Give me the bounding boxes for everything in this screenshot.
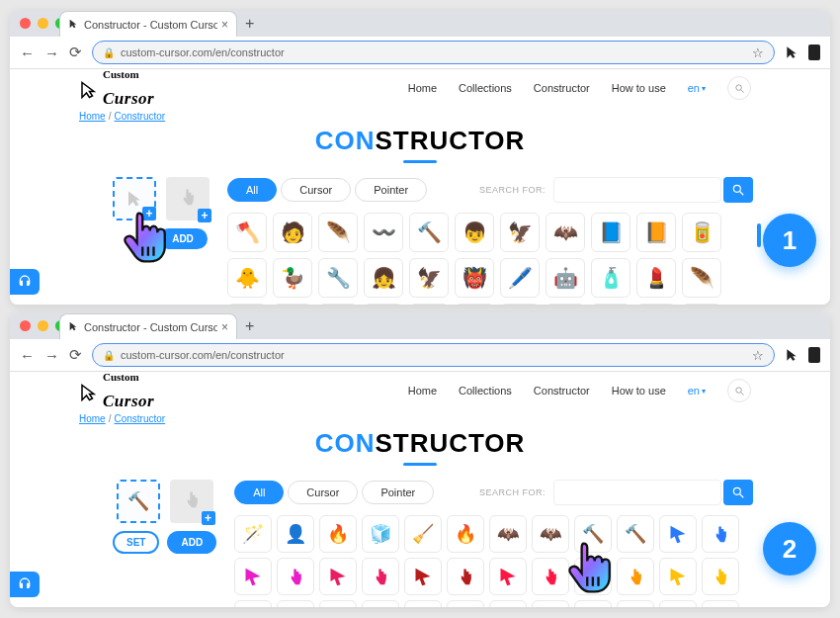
extension-custom-cursor-icon[interactable] bbox=[785, 45, 798, 59]
cursor-tile[interactable]: 👤 bbox=[227, 304, 267, 305]
cursor-tile[interactable]: 🎭 bbox=[546, 304, 585, 305]
nav-collections[interactable]: Collections bbox=[459, 385, 512, 397]
cursor-tile[interactable]: 🧹 bbox=[404, 515, 442, 553]
slot-add-icon[interactable]: + bbox=[202, 511, 215, 525]
site-search-button[interactable] bbox=[727, 76, 751, 100]
cursor-tile[interactable] bbox=[362, 558, 399, 595]
nav-howto[interactable]: How to use bbox=[612, 385, 666, 397]
cursor-tile[interactable]: 🖊️ bbox=[500, 258, 540, 298]
cursor-tile[interactable] bbox=[702, 515, 739, 553]
new-tab-button[interactable]: + bbox=[245, 15, 254, 33]
cursor-tile[interactable] bbox=[489, 558, 527, 595]
cursor-tile[interactable]: 🗡️ bbox=[636, 304, 676, 305]
cursor-tile[interactable] bbox=[659, 515, 697, 553]
cursor-tile[interactable] bbox=[659, 600, 697, 607]
cursor-tile[interactable] bbox=[532, 600, 569, 607]
language-selector[interactable]: en ▾ bbox=[688, 82, 706, 94]
site-logo[interactable]: Custom Cursor bbox=[79, 69, 154, 109]
cursor-tile[interactable] bbox=[617, 600, 654, 607]
extension-batman-icon[interactable] bbox=[808, 44, 820, 60]
bookmark-star-icon[interactable]: ☆ bbox=[752, 45, 764, 60]
cursor-tile[interactable]: 🔨 bbox=[409, 304, 449, 305]
back-icon[interactable]: ← bbox=[20, 347, 35, 364]
site-search-button[interactable] bbox=[727, 379, 751, 402]
window-minimize-icon[interactable] bbox=[38, 320, 48, 331]
cursor-tile[interactable] bbox=[277, 558, 314, 595]
search-button[interactable] bbox=[723, 480, 753, 505]
cursor-slot[interactable]: 🔨 bbox=[117, 480, 160, 523]
address-bar[interactable]: 🔒 custom-cursor.com/en/constructor ☆ bbox=[92, 41, 775, 64]
cursor-tile[interactable] bbox=[489, 600, 527, 607]
cursor-tile[interactable] bbox=[702, 600, 739, 607]
cursor-tile[interactable] bbox=[447, 558, 484, 595]
window-close-icon[interactable] bbox=[20, 320, 31, 331]
breadcrumb-home[interactable]: Home bbox=[79, 111, 106, 122]
cursor-tile[interactable]: 〰️ bbox=[364, 213, 403, 252]
cursor-tile[interactable]: 💄 bbox=[636, 258, 676, 298]
tab-close-icon[interactable]: × bbox=[221, 18, 228, 32]
cursor-tile[interactable]: 🔧 bbox=[455, 304, 494, 305]
filter-cursor[interactable]: Cursor bbox=[281, 178, 351, 202]
window-minimize-icon[interactable] bbox=[38, 18, 48, 29]
cursor-tile[interactable]: 🔧 bbox=[318, 258, 358, 298]
cursor-tile[interactable]: 🧑 bbox=[273, 213, 312, 252]
cursor-tile[interactable]: 🖌️ bbox=[318, 304, 358, 305]
set-button[interactable]: SET bbox=[113, 531, 159, 554]
support-widget[interactable] bbox=[10, 269, 40, 295]
filter-pointer[interactable]: Pointer bbox=[362, 481, 434, 504]
cursor-tile[interactable]: 🪓 bbox=[227, 213, 267, 252]
support-widget[interactable] bbox=[10, 572, 40, 597]
cursor-tile[interactable]: 📘 bbox=[591, 213, 630, 252]
filter-all[interactable]: All bbox=[234, 481, 284, 504]
cursor-tile[interactable] bbox=[362, 600, 399, 607]
cursor-tile[interactable]: 🥫 bbox=[682, 304, 721, 305]
cursor-tile[interactable]: 👹 bbox=[455, 258, 494, 298]
browser-tab[interactable]: Constructor - Custom Cursor br × bbox=[59, 313, 237, 339]
nav-howto[interactable]: How to use bbox=[612, 82, 666, 94]
cursor-tile[interactable] bbox=[617, 558, 654, 595]
cursor-tile[interactable] bbox=[404, 558, 442, 595]
filter-all[interactable]: All bbox=[227, 178, 277, 202]
cursor-tile[interactable]: 🐥 bbox=[227, 258, 267, 298]
bookmark-star-icon[interactable]: ☆ bbox=[752, 348, 764, 363]
site-logo[interactable]: Custom Cursor bbox=[79, 372, 154, 411]
search-button[interactable] bbox=[723, 177, 753, 203]
cursor-tile[interactable] bbox=[659, 558, 697, 595]
nav-constructor[interactable]: Constructor bbox=[534, 385, 590, 397]
cursor-tile[interactable]: 👧 bbox=[364, 258, 403, 298]
cursor-tile[interactable]: 🥫 bbox=[682, 213, 721, 252]
cursor-tile[interactable]: 🦅 bbox=[500, 213, 540, 252]
cursor-tile[interactable] bbox=[319, 558, 357, 595]
slot-add-icon[interactable]: + bbox=[198, 209, 211, 222]
forward-icon[interactable]: → bbox=[44, 347, 59, 364]
grid-scrollbar[interactable] bbox=[757, 223, 761, 247]
cursor-tile[interactable]: 👤 bbox=[591, 304, 630, 305]
cursor-tile[interactable]: 📙 bbox=[636, 213, 676, 252]
search-input[interactable] bbox=[553, 480, 721, 505]
cursor-tile[interactable]: 🪄 bbox=[234, 515, 272, 553]
browser-tab[interactable]: Constructor - Custom Cursor br × bbox=[59, 11, 237, 37]
cursor-tile[interactable]: 🧊 bbox=[362, 515, 399, 553]
cursor-tile[interactable]: 🦇 bbox=[546, 213, 585, 252]
cursor-tile[interactable]: 👦 bbox=[455, 213, 494, 252]
language-selector[interactable]: en ▾ bbox=[688, 385, 706, 397]
filter-cursor[interactable]: Cursor bbox=[288, 481, 358, 504]
reload-icon[interactable]: ⟳ bbox=[69, 44, 82, 61]
cursor-tile[interactable] bbox=[404, 600, 442, 607]
cursor-tile[interactable] bbox=[319, 600, 357, 607]
cursor-tile[interactable]: 🔨 bbox=[409, 213, 449, 252]
new-tab-button[interactable]: + bbox=[245, 317, 254, 335]
address-bar[interactable]: 🔒 custom-cursor.com/en/constructor ☆ bbox=[92, 343, 775, 367]
extension-batman-icon[interactable] bbox=[808, 347, 820, 363]
tab-close-icon[interactable]: × bbox=[221, 320, 228, 334]
cursor-tile[interactable]: 🔥 bbox=[447, 515, 484, 553]
cursor-tile[interactable]: 👤 bbox=[277, 515, 314, 553]
cursor-tile[interactable] bbox=[702, 558, 739, 595]
cursor-tile[interactable]: 🤖 bbox=[546, 258, 585, 298]
cursor-tile[interactable]: 🦆 bbox=[273, 258, 312, 298]
back-icon[interactable]: ← bbox=[20, 44, 35, 61]
cursor-tile[interactable]: 🔨 bbox=[617, 515, 654, 553]
extension-custom-cursor-icon[interactable] bbox=[785, 348, 798, 362]
cursor-tile[interactable]: 🔥 bbox=[319, 515, 357, 553]
nav-collections[interactable]: Collections bbox=[459, 82, 512, 94]
